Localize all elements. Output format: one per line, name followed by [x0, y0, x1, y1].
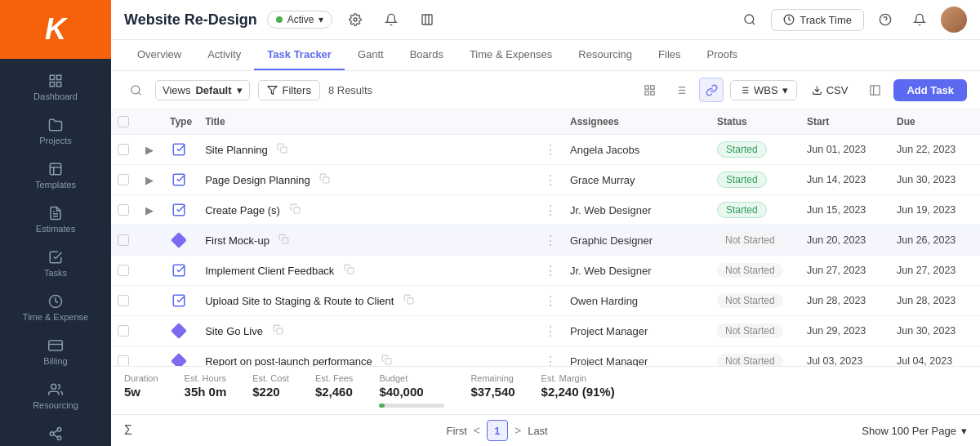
tab-gantt[interactable]: Gantt [345, 40, 397, 70]
row-status-cell: Not Started [710, 316, 800, 346]
row-checkbox[interactable] [118, 174, 129, 185]
views-selector[interactable]: Views Default ▾ [155, 80, 250, 100]
next-page-button[interactable]: > [514, 424, 521, 437]
tab-files[interactable]: Files [645, 40, 693, 70]
row-expand-cell [136, 225, 163, 256]
row-due-cell: Jun 30, 2023 [890, 165, 980, 195]
tab-time-expenses[interactable]: Time & Expenses [457, 40, 565, 70]
bell-button[interactable] [378, 7, 404, 33]
gear-button[interactable] [342, 7, 368, 33]
milestone-type-icon [171, 353, 187, 366]
notifications-button[interactable] [906, 7, 933, 33]
row-type-cell [163, 316, 198, 346]
svg-rect-30 [644, 85, 648, 88]
sidebar-item-projects[interactable]: Projects [0, 109, 111, 154]
svg-rect-52 [173, 204, 185, 216]
header-start: Start [800, 109, 890, 135]
tab-boards[interactable]: Boards [397, 40, 457, 70]
csv-button[interactable]: CSV [804, 81, 857, 100]
row-status-cell: Not Started [710, 256, 800, 286]
row-context-menu-button[interactable]: ⋮ [544, 234, 557, 248]
row-context-menu-button[interactable]: ⋮ [544, 264, 557, 278]
row-title-cell: Site Planning [198, 135, 537, 165]
help-button[interactable] [872, 7, 898, 33]
prev-page-button[interactable]: < [474, 424, 480, 437]
svg-rect-54 [283, 238, 288, 243]
row-checkbox[interactable] [118, 325, 129, 337]
sidebar-item-templates[interactable]: Templates [0, 154, 111, 198]
wbs-button[interactable]: WBS ▾ [730, 80, 797, 100]
first-page-button[interactable]: First [447, 425, 467, 437]
doc-link-icon[interactable] [403, 294, 414, 305]
sidebar-item-resourcing[interactable]: Resourcing [0, 374, 111, 418]
est-fees-value: $2,460 [315, 385, 353, 399]
per-page-selector[interactable]: Show 100 Per Page ▾ [862, 425, 967, 437]
table-search-button[interactable] [124, 78, 147, 101]
list-view-button[interactable] [668, 78, 693, 102]
track-time-button[interactable]: Track Time [771, 9, 864, 31]
link-icon [706, 84, 718, 96]
sidebar-item-dashboard[interactable]: Dashboard [0, 65, 111, 109]
grid-view-button[interactable] [637, 78, 662, 102]
task-title: First Mock-up [205, 234, 270, 247]
row-title-cell: Page Design Planning [198, 165, 537, 195]
row-expand-button[interactable]: ▶ [142, 172, 157, 187]
doc-link-icon[interactable] [319, 173, 330, 184]
tab-resourcing[interactable]: Resourcing [565, 40, 645, 70]
row-context-menu-button[interactable]: ⋮ [544, 143, 557, 157]
row-context-menu-button[interactable]: ⋮ [544, 173, 557, 187]
add-task-button[interactable]: Add Task [893, 79, 967, 101]
tab-activity[interactable]: Activity [194, 40, 254, 70]
svg-point-12 [50, 432, 54, 436]
columns-icon [869, 84, 881, 96]
search-button[interactable] [737, 7, 763, 33]
row-context-menu-button[interactable]: ⋮ [544, 294, 557, 308]
link-view-button[interactable] [699, 78, 724, 102]
sidebar-logo[interactable]: K [0, 0, 111, 59]
row-checkbox[interactable] [118, 144, 129, 155]
row-checkbox[interactable] [118, 234, 129, 246]
doc-link-icon[interactable] [278, 234, 289, 244]
sidebar-item-estimates[interactable]: Estimates [0, 198, 111, 242]
row-checkbox[interactable] [118, 204, 129, 216]
row-context-menu-button[interactable]: ⋮ [544, 355, 557, 367]
sidebar-item-billing[interactable]: Billing [0, 330, 111, 374]
columns-button[interactable] [862, 78, 887, 102]
status-badge[interactable]: Active ▾ [267, 11, 333, 29]
file-text-icon [48, 206, 63, 221]
row-expand-button[interactable]: ▶ [142, 142, 157, 157]
svg-point-10 [51, 384, 56, 389]
row-checkbox[interactable] [118, 295, 129, 306]
row-expand-cell [136, 286, 163, 316]
doc-link-icon[interactable] [344, 264, 354, 274]
layout-button[interactable] [414, 7, 440, 33]
doc-link-icon[interactable] [290, 203, 301, 214]
doc-link-icon[interactable] [381, 355, 392, 365]
filters-button[interactable]: Filters [258, 80, 320, 100]
sidebar-item-network[interactable]: Network [0, 418, 111, 446]
user-avatar[interactable] [941, 7, 967, 33]
row-expand-button[interactable]: ▶ [142, 203, 157, 217]
sidebar-item-tasks[interactable]: Tasks [0, 242, 111, 286]
svg-rect-49 [281, 147, 287, 153]
row-context-menu-button[interactable]: ⋮ [544, 203, 557, 217]
row-checkbox[interactable] [118, 355, 129, 366]
row-checkbox-cell [111, 346, 136, 367]
doc-link-icon[interactable] [273, 324, 283, 335]
doc-link-icon[interactable] [277, 143, 287, 154]
row-context-menu-button[interactable]: ⋮ [544, 324, 557, 338]
tab-task-tracker[interactable]: Task Tracker [254, 40, 345, 70]
tab-proofs[interactable]: Proofs [694, 40, 751, 70]
sidebar-item-time-expense[interactable]: Time & Expense [0, 286, 111, 330]
header-select-all[interactable] [111, 109, 136, 135]
row-expand-cell: ▶ [136, 165, 163, 195]
tab-overview[interactable]: Overview [124, 40, 194, 70]
filter-icon [267, 85, 278, 96]
last-page-button[interactable]: Last [528, 425, 548, 437]
status-pill: Started [717, 141, 767, 158]
row-due-cell: Jun 28, 2023 [890, 286, 980, 316]
svg-rect-1 [57, 75, 61, 79]
row-checkbox[interactable] [118, 265, 129, 276]
row-due-cell: Jun 26, 2023 [890, 225, 980, 256]
current-page-indicator[interactable]: 1 [487, 420, 508, 441]
